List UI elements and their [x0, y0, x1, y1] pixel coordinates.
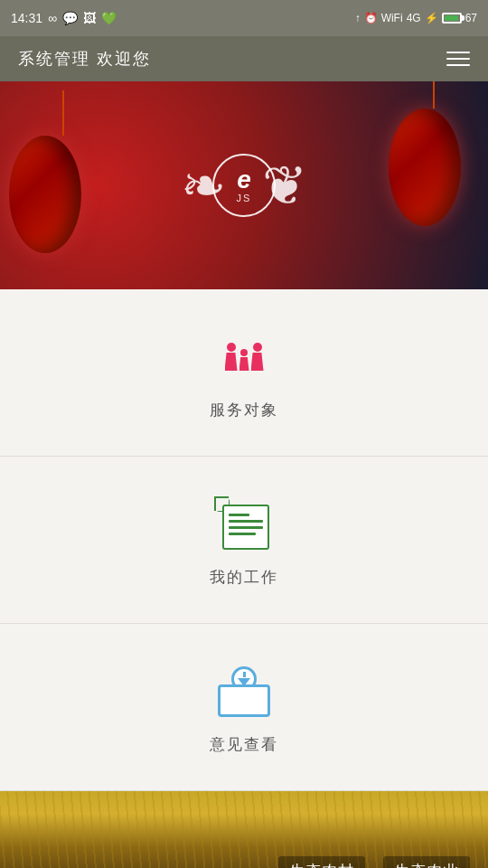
news-icon [217, 499, 271, 550]
hero-logo: ❧ e JS ❦ [190, 131, 298, 240]
tag-ecological-farming: 生态农业 [383, 856, 470, 868]
signal-bar-icon: ↑ [355, 12, 361, 24]
tag-ecological-village: 生态农村 [278, 856, 365, 868]
lantern-body-2 [389, 108, 461, 226]
news-line-3 [229, 526, 263, 529]
wifi-icon: WiFi [381, 12, 403, 24]
network-icon: 4G [407, 12, 421, 24]
person-adult-left [225, 343, 238, 371]
alarm-icon: ⏰ [364, 12, 378, 24]
logo-letter: e [237, 167, 251, 193]
menu-item-feedback[interactable]: 意见查看 [0, 624, 488, 791]
message-icon: 💬 [62, 11, 78, 25]
nav-title: 系统管理 欢迎您 [18, 48, 151, 70]
wechat-icon: 💚 [101, 11, 117, 25]
hamburger-line-1 [446, 52, 470, 53]
inbox-tray [218, 684, 270, 717]
lantern-right [389, 81, 479, 244]
menu-item-my-work[interactable]: 我的工作 [0, 457, 488, 624]
news-line-1 [229, 514, 249, 516]
feedback-icon-wrapper [212, 660, 276, 723]
status-bar: 14:31 ∞ 💬 🖼 💚 ↑ ⏰ WiFi 4G ⚡ 67 [0, 0, 488, 36]
person-head-2 [253, 343, 262, 352]
battery-icon [442, 13, 462, 24]
lantern-tassel [62, 90, 64, 136]
my-work-label: 我的工作 [210, 567, 278, 588]
logo-circle: e JS [212, 154, 276, 217]
person-adult-right [251, 343, 264, 371]
service-targets-label: 服务对象 [210, 400, 278, 420]
signal-icon: ∞ [48, 11, 57, 25]
my-work-icon-wrapper [212, 493, 276, 556]
image-icon: 🖼 [83, 11, 96, 25]
hamburger-line-3 [446, 64, 470, 66]
hamburger-menu-button[interactable] [446, 52, 470, 66]
hero-banner: ❧ e JS ❦ [0, 81, 488, 289]
inbox-icon [216, 666, 272, 717]
lantern-left [9, 90, 117, 271]
person-body-2 [251, 353, 264, 371]
time-display: 14:31 [11, 11, 42, 25]
news-line-4 [229, 533, 256, 535]
charge-icon: ⚡ [425, 12, 438, 24]
nav-bar: 系统管理 欢迎您 [0, 36, 488, 81]
arrow-stem [243, 672, 246, 677]
person-body [225, 353, 238, 371]
logo-subtitle: JS [237, 193, 252, 203]
person-head [227, 343, 236, 352]
people-icon [225, 343, 264, 371]
news-line-2 [229, 520, 263, 523]
status-right: ↑ ⏰ WiFi 4G ⚡ 67 [355, 12, 477, 24]
news-lines [224, 506, 267, 543]
child-head [240, 349, 248, 356]
hamburger-line-2 [446, 58, 470, 60]
lantern-body [9, 136, 81, 253]
laurel-wreath: ❧ e JS ❦ [190, 131, 298, 240]
service-targets-icon-wrapper [212, 326, 276, 389]
feedback-label: 意见查看 [210, 734, 278, 755]
person-child [239, 349, 249, 371]
battery-fill [445, 15, 458, 21]
status-left: 14:31 ∞ 💬 🖼 💚 [11, 11, 117, 25]
bottom-tags: 生态农村 生态农业 [278, 856, 470, 868]
battery-level: 67 [465, 12, 477, 24]
menu-item-service-targets[interactable]: 服务对象 [0, 289, 488, 457]
lantern-tassel-2 [433, 81, 435, 108]
child-body [239, 357, 249, 371]
news-paper [222, 505, 269, 550]
bottom-banner: 生态农村 生态农业 [0, 791, 488, 868]
